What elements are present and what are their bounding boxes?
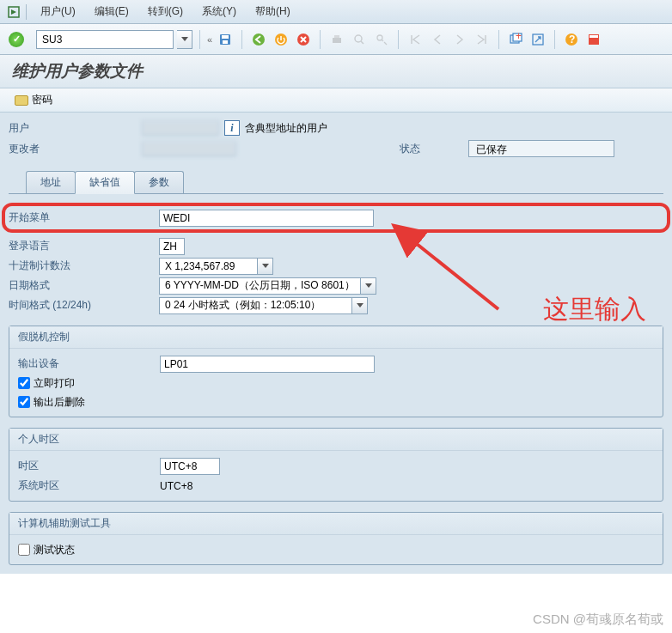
date-format-select[interactable]: 6 YYYY-MM-DD（公历日期，ISO 8601） (159, 277, 376, 295)
tab-strip: 地址 缺省值 参数 (0, 164, 672, 194)
logon-lang-input[interactable] (159, 238, 185, 255)
menu-bar: 用户(U) 编辑(E) 转到(G) 系统(Y) 帮助(H) (0, 0, 672, 24)
print-now-checkbox[interactable] (18, 377, 30, 389)
menu-goto[interactable]: 转到(G) (139, 1, 192, 22)
tab-defaults[interactable]: 缺省值 (75, 171, 135, 194)
date-format-value: 6 YYYY-MM-DD（公历日期，ISO 8601） (159, 277, 361, 295)
first-page-icon (406, 30, 425, 49)
annotation-arrow (404, 232, 507, 320)
back-icon[interactable] (249, 30, 268, 49)
decimal-label: 十进制计数法 (9, 259, 159, 273)
svg-point-4 (253, 33, 265, 46)
output-device-label: 输出设备 (18, 356, 160, 371)
next-page-icon (450, 30, 469, 49)
svg-text:?: ? (569, 33, 575, 46)
time-format-label: 时间格式 (12/24h) (9, 298, 159, 313)
app-toolbar: 密码 (0, 88, 672, 113)
svg-rect-3 (223, 40, 228, 44)
time-format-select[interactable]: 0 24 小时格式（例如：12:05:10） (159, 297, 368, 314)
key-icon (15, 95, 28, 106)
menu-user[interactable]: 用户(U) (32, 1, 84, 22)
menu-edit[interactable]: 编辑(E) (86, 1, 137, 22)
time-format-value: 0 24 小时格式（例如：12:05:10） (159, 297, 352, 314)
svg-text:+: + (516, 33, 522, 42)
menu-help[interactable]: 帮助(H) (247, 1, 299, 22)
print-icon (327, 30, 346, 49)
delete-after-label: 输出后删除 (34, 395, 85, 410)
chevron-down-icon[interactable] (352, 297, 368, 314)
layout-icon[interactable] (584, 30, 603, 49)
tab-address[interactable]: 地址 (26, 171, 76, 193)
svg-point-9 (355, 35, 362, 42)
tz-input[interactable] (160, 458, 220, 475)
status-value: 已保存 (468, 140, 614, 157)
menu-system[interactable]: 系统(Y) (193, 1, 245, 22)
new-session-icon[interactable]: + (506, 30, 525, 49)
page-title: 维护用户参数文件 (12, 62, 143, 80)
header-form: 用户 i 含典型地址的用户 更改者 状态 已保存 (0, 113, 672, 164)
password-label: 密码 (32, 93, 52, 107)
annotation-text: 这里输入 (543, 292, 646, 327)
highlight-box: 开始菜单 (2, 203, 670, 233)
user-description: 含典型地址的用户 (245, 121, 327, 136)
svg-rect-20 (590, 35, 598, 38)
user-value-obscured (142, 120, 219, 136)
tab-content-defaults: 开始菜单 登录语言 十进制计数法 X 1,234,567.89 日期格式 6 Y… (0, 194, 672, 574)
command-field[interactable] (36, 30, 174, 49)
changed-by-label: 更改者 (9, 142, 142, 156)
test-status-label: 测试状态 (34, 543, 75, 557)
main-toolbar: ✓ « + ? (0, 24, 672, 55)
print-now-label: 立即打印 (34, 376, 75, 391)
shortcut-icon[interactable] (528, 30, 547, 49)
start-menu-label: 开始菜单 (9, 210, 159, 225)
catt-title: 计算机辅助测试工具 (9, 513, 663, 535)
output-device-input[interactable] (160, 356, 375, 373)
decimal-value: X 1,234,567.89 (159, 258, 258, 275)
password-button[interactable]: 密码 (9, 90, 58, 110)
svg-line-21 (412, 240, 498, 309)
save-icon[interactable] (216, 30, 235, 49)
tz-label: 时区 (18, 459, 160, 473)
prev-page-icon (428, 30, 447, 49)
user-label: 用户 (9, 121, 142, 136)
start-menu-input[interactable] (159, 210, 374, 227)
exit-icon[interactable] (272, 30, 290, 49)
chevron-down-icon[interactable] (258, 258, 273, 275)
spool-title: 假脱机控制 (9, 326, 663, 349)
timezone-title: 个人时区 (9, 429, 663, 451)
sys-tz-label: 系统时区 (18, 478, 160, 493)
svg-line-12 (382, 40, 383, 41)
changed-by-obscured (142, 141, 236, 156)
tab-parameters[interactable]: 参数 (134, 171, 184, 193)
svg-rect-7 (333, 38, 341, 43)
chevron-down-icon[interactable] (361, 277, 376, 295)
find-next-icon (372, 30, 391, 49)
info-icon[interactable]: i (224, 120, 240, 136)
menu-divider (26, 4, 27, 20)
spool-group: 假脱机控制 输出设备 立即打印 输出后删除 (9, 326, 663, 417)
svg-rect-2 (222, 35, 229, 39)
date-format-label: 日期格式 (9, 278, 159, 293)
sys-tz-value: UTC+8 (160, 480, 192, 492)
logon-lang-label: 登录语言 (9, 239, 159, 253)
catt-group: 计算机辅助测试工具 测试状态 (9, 512, 663, 565)
help-icon[interactable]: ? (562, 30, 581, 49)
cancel-icon[interactable] (294, 30, 313, 49)
watermark: CSDN @荀彧原名荀或 (533, 612, 663, 628)
title-bar: 维护用户参数文件 (0, 55, 672, 88)
test-status-checkbox[interactable] (18, 544, 30, 556)
svg-line-10 (361, 41, 363, 44)
timezone-group: 个人时区 时区 系统时区 UTC+8 (9, 428, 663, 502)
svg-rect-8 (334, 35, 339, 38)
menu-toggle-icon[interactable] (7, 5, 21, 19)
enter-icon[interactable]: ✓ (9, 32, 24, 47)
delete-after-checkbox[interactable] (18, 396, 30, 408)
chevron-left-icon: « (207, 34, 212, 45)
last-page-icon (473, 30, 492, 49)
command-dropdown[interactable] (177, 30, 192, 49)
find-icon (350, 30, 369, 49)
status-label: 状态 (400, 142, 468, 156)
decimal-select[interactable]: X 1,234,567.89 (159, 258, 273, 275)
